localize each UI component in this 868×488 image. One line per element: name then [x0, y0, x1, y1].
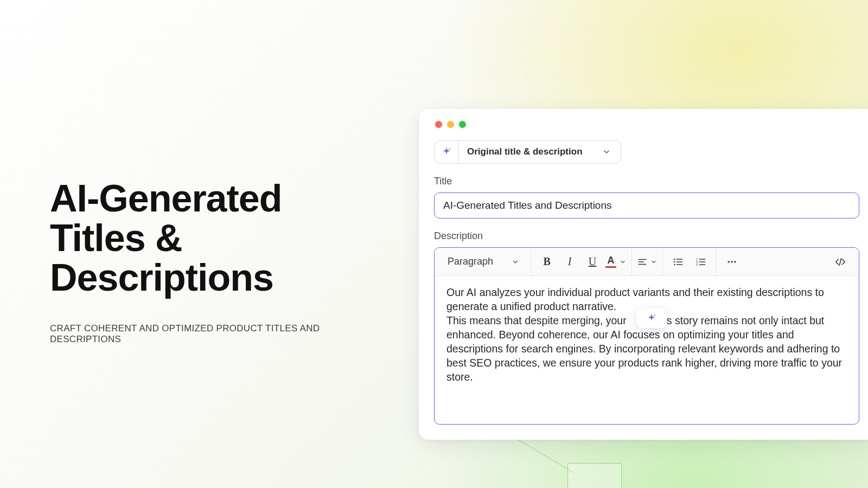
hero-title: AI-Generated Titles & Descriptions: [50, 179, 354, 297]
toolbar-group-more: [717, 248, 747, 275]
minimize-icon[interactable]: [447, 121, 454, 128]
chevron-down-icon: [650, 259, 657, 265]
chevron-down-icon: [512, 258, 519, 266]
svg-point-8: [734, 261, 736, 262]
bulleted-list-button[interactable]: [668, 252, 688, 272]
block-style-select[interactable]: Paragraph: [440, 248, 526, 275]
rich-text-editor: Paragraph B I U A: [434, 247, 859, 425]
title-input[interactable]: [434, 192, 859, 219]
sparkle-icon: [435, 140, 458, 164]
decorative-rect: [567, 463, 622, 488]
underline-button[interactable]: U: [583, 252, 602, 272]
zoom-icon[interactable]: [459, 121, 466, 128]
toolbar-group-code: [825, 248, 859, 275]
sparkle-icon: [646, 312, 658, 324]
text-color-button[interactable]: A: [605, 252, 626, 272]
bold-button[interactable]: B: [537, 252, 557, 272]
editor-toolbar: Paragraph B I U A: [435, 248, 859, 276]
description-textarea[interactable]: Our AI analyzes your individual product …: [435, 276, 859, 424]
italic-button[interactable]: I: [560, 252, 579, 272]
svg-point-7: [731, 261, 732, 262]
mode-selector-label: Original title & description: [458, 146, 592, 157]
code-view-button[interactable]: [831, 252, 850, 272]
bulleted-list-icon: [673, 256, 684, 267]
numbered-list-button[interactable]: 1 2 3: [691, 252, 711, 272]
toolbar-group-align: [632, 248, 663, 275]
align-button[interactable]: [637, 252, 657, 272]
more-button[interactable]: [722, 252, 742, 272]
svg-text:3: 3: [696, 262, 698, 266]
svg-point-6: [728, 261, 730, 262]
description-field-label: Description: [434, 230, 859, 242]
hero-subtitle: CRAFT COHERENT AND OPTIMIZED PRODUCT TIT…: [50, 323, 354, 345]
svg-point-0: [674, 258, 675, 260]
align-left-icon: [637, 257, 647, 267]
mode-selector-pill[interactable]: Original title & description: [434, 140, 621, 164]
toolbar-group-inline: B I U A: [532, 248, 632, 275]
svg-point-2: [674, 264, 675, 265]
numbered-list-icon: 1 2 3: [695, 256, 706, 267]
window-traffic-lights: [435, 121, 859, 128]
code-icon: [834, 256, 846, 268]
text-color-icon: A: [605, 255, 616, 268]
title-field-label: Title: [434, 176, 859, 187]
toolbar-group-block: Paragraph: [435, 248, 532, 275]
hero-block: AI-Generated Titles & Descriptions CRAFT…: [50, 179, 354, 345]
ai-suggestion-badge: [636, 309, 667, 328]
ellipsis-icon: [726, 256, 737, 267]
mode-selector-row: Original title & description: [434, 140, 859, 164]
chevron-down-icon: [592, 147, 621, 156]
close-icon[interactable]: [435, 121, 442, 128]
toolbar-group-lists: 1 2 3: [663, 248, 717, 275]
app-window: Original title & description Title Descr…: [419, 109, 868, 440]
chevron-down-icon: [620, 259, 626, 265]
svg-point-1: [674, 261, 675, 262]
block-style-label: Paragraph: [448, 256, 493, 267]
